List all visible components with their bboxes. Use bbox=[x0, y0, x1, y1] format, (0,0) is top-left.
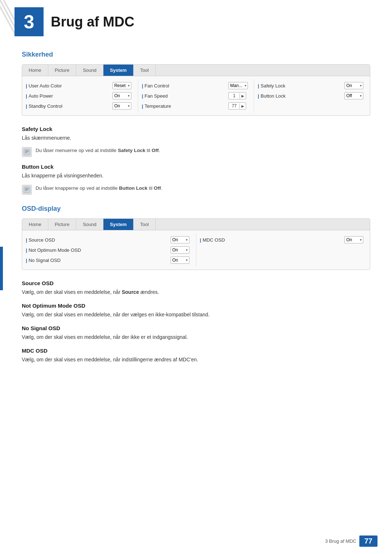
fan-speed-arrow[interactable]: ▶ bbox=[240, 93, 246, 99]
not-optimum-osd-control[interactable]: On Off bbox=[171, 246, 192, 254]
user-auto-color-label: User Auto Color bbox=[26, 83, 113, 89]
not-optimum-mode-osd-body: Vælg, om der skal vises en meddelelse, n… bbox=[22, 311, 370, 319]
source-osd-select-wrapper[interactable]: On Off bbox=[171, 236, 189, 243]
decorative-lines bbox=[0, 0, 15, 40]
not-optimum-osd-select-wrapper[interactable]: On Off bbox=[171, 246, 189, 254]
tab-system-2[interactable]: System bbox=[103, 219, 134, 230]
page-number: 77 bbox=[359, 535, 377, 547]
tab-sound-2[interactable]: Sound bbox=[76, 219, 103, 230]
table-row: MDC OSD On Off bbox=[200, 235, 367, 245]
tab-sound-1[interactable]: Sound bbox=[76, 65, 103, 76]
temperature-control[interactable]: 77 ▶ bbox=[228, 102, 250, 110]
no-signal-osd-control[interactable]: On Off bbox=[171, 257, 192, 264]
left-accent-bar bbox=[0, 247, 3, 290]
sikkerhed-col1: User Auto Color Reset Auto Power bbox=[22, 79, 138, 112]
user-auto-color-select-wrapper[interactable]: Reset bbox=[113, 82, 131, 89]
mdc-osd-select[interactable]: On Off bbox=[344, 236, 363, 243]
mdc-osd-select-wrapper[interactable]: On Off bbox=[344, 236, 363, 243]
tab-tool-2[interactable]: Tool bbox=[134, 219, 156, 230]
safety-lock-select[interactable]: On Off bbox=[344, 82, 363, 89]
safety-lock-bold2: Off bbox=[152, 148, 159, 153]
table-row: Source OSD On Off bbox=[26, 235, 192, 245]
source-osd-label: Source OSD bbox=[26, 237, 171, 243]
temperature-value: 77 bbox=[229, 103, 240, 109]
no-signal-osd-select-wrapper[interactable]: On Off bbox=[171, 257, 189, 264]
osd-panel-body: Source OSD On Off Not Optimum Mode OSD bbox=[22, 230, 370, 270]
temperature-stepper[interactable]: 77 ▶ bbox=[228, 102, 246, 110]
mdc-osd-label: MDC OSD bbox=[200, 237, 345, 243]
standby-control-label: Standby Control bbox=[26, 103, 113, 109]
temperature-arrow[interactable]: ▶ bbox=[240, 103, 246, 109]
sikkerhed-tabs: Home Picture Sound System Tool bbox=[22, 65, 370, 76]
fan-control-label: Fan Control bbox=[142, 83, 229, 89]
no-signal-osd-label: No Signal OSD bbox=[26, 258, 171, 263]
footer-text: 3 Brug af MDC bbox=[325, 538, 356, 544]
safety-lock-bold1: Safety Lock bbox=[118, 148, 146, 153]
sikkerhed-heading: Sikkerhed bbox=[22, 51, 370, 58]
safety-lock-body: Lås skærmmenuerne. bbox=[22, 134, 370, 142]
table-row: Safety Lock On Off bbox=[258, 81, 366, 91]
auto-power-select-wrapper[interactable]: On Off bbox=[113, 92, 131, 99]
table-row: Temperature 77 ▶ bbox=[142, 101, 250, 111]
fan-speed-control[interactable]: 1 ▶ bbox=[228, 92, 250, 99]
source-osd-select[interactable]: On Off bbox=[171, 236, 189, 243]
fan-speed-value: 1 bbox=[229, 93, 240, 99]
tab-home-1[interactable]: Home bbox=[22, 65, 48, 76]
not-optimum-mode-osd-label: Not Optimum Mode OSD bbox=[26, 247, 171, 253]
source-osd-body: Vælg, om der skal vises en meddelelse, n… bbox=[22, 288, 370, 296]
not-optimum-mode-osd-heading: Not Optimum Mode OSD bbox=[22, 303, 370, 309]
safety-lock-label: Safety Lock bbox=[258, 83, 344, 89]
safety-lock-select-wrapper[interactable]: On Off bbox=[344, 82, 363, 89]
page-footer: 3 Brug af MDC 77 bbox=[325, 535, 377, 547]
note-icon bbox=[22, 147, 32, 157]
no-signal-osd-select[interactable]: On Off bbox=[171, 257, 189, 264]
no-signal-osd-heading: No Signal OSD bbox=[22, 325, 370, 331]
safety-lock-note: Du låser menuerne op ved at indstille Sa… bbox=[22, 147, 370, 157]
source-osd-control[interactable]: On Off bbox=[171, 236, 192, 243]
tab-home-2[interactable]: Home bbox=[22, 219, 48, 230]
osd-display-heading: OSD-display bbox=[22, 205, 370, 213]
standby-control-select[interactable]: On Off bbox=[113, 102, 131, 110]
auto-power-control[interactable]: On Off bbox=[113, 92, 134, 99]
tab-picture-2[interactable]: Picture bbox=[48, 219, 76, 230]
sikkerhed-col3: Safety Lock On Off Button Lock bbox=[254, 79, 370, 112]
note-icon-2 bbox=[22, 185, 32, 195]
temperature-label: Temperature bbox=[142, 103, 229, 109]
mdc-osd-heading: MDC OSD bbox=[22, 348, 370, 354]
button-lock-note: Du låser knapperne op ved at indstille B… bbox=[22, 185, 370, 195]
mdc-osd-control[interactable]: On Off bbox=[344, 236, 366, 243]
safety-lock-control[interactable]: On Off bbox=[344, 82, 366, 89]
button-lock-body: Lås knapperne på visningsenheden. bbox=[22, 172, 370, 180]
tab-picture-1[interactable]: Picture bbox=[48, 65, 76, 76]
table-row: Fan Speed 1 ▶ bbox=[142, 91, 250, 101]
auto-power-label: Auto Power bbox=[26, 93, 113, 99]
tab-tool-1[interactable]: Tool bbox=[134, 65, 156, 76]
main-content: Sikkerhed Home Picture Sound System Tool… bbox=[0, 51, 392, 390]
svg-rect-7 bbox=[24, 187, 30, 193]
button-lock-select-wrapper[interactable]: Off On bbox=[344, 92, 363, 99]
fan-speed-label: Fan Speed bbox=[142, 93, 229, 99]
source-osd-heading: Source OSD bbox=[22, 280, 370, 286]
table-row: No Signal OSD On Off bbox=[26, 255, 192, 265]
table-row: Auto Power On Off bbox=[26, 91, 134, 101]
auto-power-select[interactable]: On Off bbox=[113, 92, 131, 99]
table-row: Standby Control On Off bbox=[26, 101, 134, 111]
not-optimum-osd-select[interactable]: On Off bbox=[171, 246, 189, 254]
button-lock-heading: Button Lock bbox=[22, 164, 370, 170]
user-auto-color-select[interactable]: Reset bbox=[113, 82, 131, 89]
tab-system-1[interactable]: System bbox=[103, 65, 134, 76]
standby-control-control[interactable]: On Off bbox=[113, 102, 134, 110]
fan-control-control[interactable]: Man... bbox=[228, 82, 250, 89]
fan-control-select[interactable]: Man... bbox=[228, 82, 248, 89]
table-row: User Auto Color Reset bbox=[26, 81, 134, 91]
fan-speed-stepper[interactable]: 1 ▶ bbox=[228, 92, 246, 99]
table-row: Fan Control Man... bbox=[142, 81, 250, 91]
button-lock-select[interactable]: Off On bbox=[344, 92, 363, 99]
button-lock-note-text: Du låser knapperne op ved at indstille B… bbox=[36, 185, 162, 192]
table-row: Not Optimum Mode OSD On Off bbox=[26, 245, 192, 255]
button-lock-control[interactable]: Off On bbox=[344, 92, 366, 99]
osd-tabs: Home Picture Sound System Tool bbox=[22, 219, 370, 230]
user-auto-color-control[interactable]: Reset bbox=[113, 82, 134, 89]
fan-control-select-wrapper[interactable]: Man... bbox=[228, 82, 248, 89]
standby-control-select-wrapper[interactable]: On Off bbox=[113, 102, 131, 110]
